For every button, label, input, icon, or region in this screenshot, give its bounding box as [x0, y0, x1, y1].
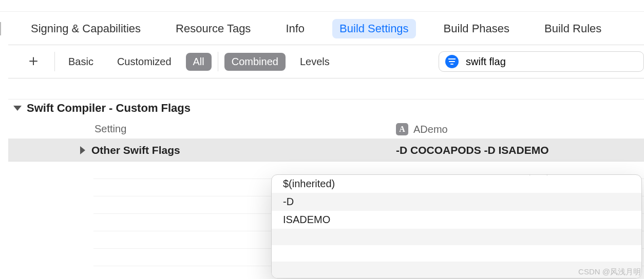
- chevron-down-icon: [13, 106, 22, 111]
- tab-signing-capabilities[interactable]: Signing & Capabilities: [24, 19, 148, 38]
- tab-build-rules[interactable]: Build Rules: [537, 19, 609, 38]
- tab-build-phases[interactable]: Build Phases: [437, 19, 517, 38]
- view-levels-button[interactable]: Levels: [293, 53, 337, 71]
- value-row-2[interactable]: -D: [272, 193, 641, 211]
- search-input[interactable]: [466, 56, 637, 68]
- column-target-label: ADemo: [413, 124, 448, 135]
- add-build-setting-button[interactable]: ＋: [18, 50, 48, 73]
- tab-resource-tags[interactable]: Resource Tags: [168, 19, 258, 38]
- filter-all-button[interactable]: All: [186, 53, 212, 71]
- target-app-icon: A: [396, 123, 408, 135]
- tab-separator: [0, 22, 1, 35]
- setting-name: Other Swift Flags: [91, 144, 180, 156]
- build-settings-toolbar: ＋ Basic Customized All Combined Levels: [8, 45, 644, 78]
- value-row-3[interactable]: ISADEMO: [272, 211, 641, 229]
- column-setting: Setting: [8, 123, 396, 135]
- value-editor-popover[interactable]: $(inherited) -D ISADEMO: [271, 174, 642, 278]
- value-row-empty[interactable]: [272, 262, 641, 278]
- view-combined-button[interactable]: Combined: [224, 53, 286, 71]
- filter-icon: [445, 55, 459, 68]
- chevron-right-icon: [80, 146, 85, 154]
- editor-tab-bar: Signing & Capabilities Resource Tags Inf…: [0, 11, 644, 45]
- section-title: Swift Compiler - Custom Flags: [27, 102, 191, 115]
- value-row-empty[interactable]: [272, 229, 641, 245]
- tab-build-settings[interactable]: Build Settings: [332, 19, 416, 38]
- filter-customized-button[interactable]: Customized: [110, 53, 179, 71]
- setting-row-other-swift-flags[interactable]: Other Swift Flags -D COCOAPODS -D ISADEM…: [8, 139, 644, 162]
- tab-info[interactable]: Info: [278, 19, 312, 38]
- column-target: A ADemo: [396, 123, 644, 135]
- toolbar-separator: [54, 52, 55, 71]
- value-row-empty[interactable]: [272, 245, 641, 262]
- filter-basic-button[interactable]: Basic: [61, 53, 101, 71]
- value-row-1[interactable]: $(inherited): [272, 175, 641, 193]
- search-field-wrap[interactable]: [439, 51, 644, 72]
- toolbar-separator: [218, 52, 218, 71]
- column-headers: Setting A ADemo: [8, 120, 644, 139]
- setting-value[interactable]: -D COCOAPODS -D ISADEMO: [396, 144, 644, 156]
- section-header[interactable]: Swift Compiler - Custom Flags: [8, 99, 644, 120]
